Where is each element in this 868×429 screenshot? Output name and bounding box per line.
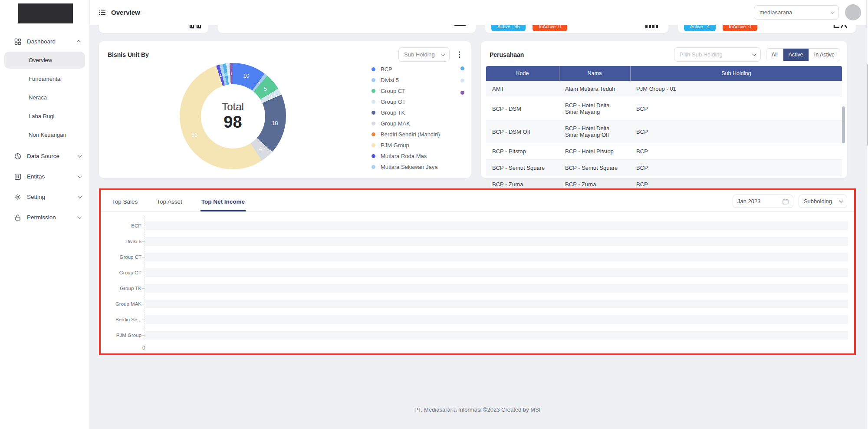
legend-dot (372, 122, 375, 125)
table-cell: BCP - Semut Square (486, 160, 559, 176)
donut-chart: 101521845311111 Total 98 (180, 63, 286, 169)
legend-item-berdiri-sendiri-mandiri-[interactable]: Berdiri Sendiri (Mandiri) (372, 129, 440, 140)
grid-icon (14, 38, 21, 45)
table-row[interactable]: BCP - PitstopBCP - Hotel PitstopBCP (486, 143, 842, 160)
perusahaan-title: Perusahaan (490, 51, 524, 58)
table-row[interactable]: BCP - DSMBCP - Hotel Delta Sinar MayangB… (486, 97, 842, 120)
legend-item-bcp[interactable]: BCP (372, 64, 440, 75)
summary-card-4[interactable]: Active : 4InActive: 0 (678, 25, 856, 33)
slice-value-label: 1 (230, 72, 233, 76)
category-label: Berdiri Se... (105, 317, 141, 322)
top-net-income-panel: Top SalesTop AssetTop Net Income Jan 202… (99, 188, 856, 355)
legend-item-pjm-group[interactable]: PJM Group (372, 140, 440, 151)
bar-track (145, 268, 848, 277)
sidebar-item-non-keuangan[interactable]: Non Keuangan (4, 126, 85, 143)
calendar-icon (783, 198, 789, 205)
workspace-select[interactable]: mediasarana (754, 5, 839, 20)
segment-in-active[interactable]: In Active (809, 49, 840, 61)
tab-top-sales[interactable]: Top Sales (111, 195, 138, 211)
lock-icon (14, 214, 21, 221)
donut-center: Total 98 (201, 84, 265, 148)
donut-legend: BCPDivisi 5Group CTGroup GTGroup TKGroup… (372, 64, 440, 172)
bar-track (145, 237, 848, 246)
sidebar-section-data-source[interactable]: Data Source (0, 148, 89, 165)
segment-all[interactable]: All (766, 49, 783, 61)
legend-item-group-mak[interactable]: Group MAK (372, 118, 440, 129)
legend-dot (372, 132, 375, 136)
legend-dot[interactable] (460, 66, 464, 70)
table-cell: AMT (486, 81, 559, 97)
legend-label: Divisi 5 (381, 77, 399, 83)
category-label: Group MAK (105, 301, 141, 307)
legend-dot[interactable] (460, 91, 464, 95)
table-cell: BCP - DSM Off (486, 120, 559, 143)
pilih-sub-holding-select[interactable]: Pilih Sub Holding (674, 47, 761, 62)
legend-item-group-ct[interactable]: Group CT (372, 86, 440, 96)
sidebar-item-fundamental[interactable]: Fundamental (4, 70, 85, 87)
slice-value-label: 10 (243, 73, 249, 79)
tab-top-asset[interactable]: Top Asset (156, 195, 183, 211)
legend-item-mutiara-roda-mas[interactable]: Mutiara Roda Mas (372, 151, 440, 162)
slice-value-label: 5 (263, 85, 266, 92)
chevron-down-icon (78, 214, 82, 219)
page-title: Overview (111, 9, 140, 16)
sidebar-section-dashboard[interactable]: Dashboard (0, 33, 89, 50)
bar-row-divisi-5: Divisi 5 (105, 234, 848, 249)
app-logo (18, 3, 73, 23)
slice-value-label: 2 (269, 93, 272, 100)
table-scrollbar[interactable] (842, 106, 845, 143)
footer-text: PT. Mediasarana Informasi ©2023 Created … (99, 406, 856, 413)
tab-top-net-income[interactable]: Top Net Income (201, 195, 246, 211)
summary-card-1[interactable] (99, 25, 208, 33)
kebab-menu-icon[interactable]: ⋮ (455, 50, 464, 59)
legend-dot (372, 67, 375, 71)
table-cell: PJM Group - 01 (630, 81, 842, 97)
legend-dot (372, 165, 375, 169)
sidebar-section-permission[interactable]: Permission (0, 209, 89, 226)
sidebar-section-entitas[interactable]: Entitas (0, 168, 89, 185)
bar-chart-icon (645, 25, 659, 29)
legend-item-divisi-5[interactable]: Divisi 5 (372, 75, 440, 86)
category-label: Group TK (105, 286, 141, 291)
legend-label: PJM Group (381, 142, 409, 148)
slice-value-label: 53 (191, 132, 197, 138)
summary-card-3[interactable]: Active : 95InActive: 0 (485, 25, 668, 33)
legend-item-group-tk[interactable]: Group TK (372, 107, 440, 118)
legend-label: Group GT (381, 99, 406, 105)
category-label: PJM Group (105, 333, 141, 338)
bar-track (145, 253, 848, 261)
summary-card-2[interactable] (218, 25, 476, 33)
active-count-badge: Active : 4 (684, 25, 716, 31)
sidebar-section-label: Entitas (27, 173, 78, 180)
column-header-kode: Kode (486, 66, 559, 81)
sidebar-item-laba-rugi[interactable]: Laba Rugi (4, 108, 85, 125)
avatar[interactable] (845, 4, 861, 20)
date-picker[interactable]: Jan 2023 (733, 195, 793, 208)
table-row[interactable]: BCP - Semut SquareBCP - Semut SquareBCP (486, 160, 842, 176)
table-row[interactable]: AMTAlam Mutiara TeduhPJM Group - 01 (486, 81, 842, 97)
sidebar-section-label: Permission (27, 214, 78, 221)
legend-dot (372, 100, 375, 104)
legend-label: Mutiara Roda Mas (381, 153, 427, 159)
perusahaan-card: Perusahaan Pilih Sub Holding AllActiveIn… (481, 41, 847, 178)
legend-label: Group TK (381, 109, 405, 116)
slice-value-label: 1 (228, 72, 230, 76)
column-header-nama: Nama (559, 66, 630, 81)
table-cell: Alam Mutiara Teduh (559, 81, 630, 97)
table-row[interactable]: BCP - DSM OffBCP - Hotel Delta Sinar May… (486, 120, 842, 143)
sidebar-item-overview[interactable]: Overview (4, 52, 85, 69)
segment-active[interactable]: Active (783, 49, 809, 61)
legend-dot[interactable] (460, 79, 464, 82)
legend-item-group-gt[interactable]: Group GT (372, 96, 440, 107)
subholding-select[interactable]: Subholding (799, 195, 847, 208)
sidebar-section-setting[interactable]: Setting (0, 188, 89, 205)
bar-row-group-mak: Group MAK (105, 296, 848, 312)
sidebar-toggle-icon[interactable] (99, 9, 106, 16)
bar-row-group-gt: Group GT (105, 265, 848, 280)
page-scrollbar-track[interactable] (866, 0, 868, 429)
sidebar-item-neraca[interactable]: Neraca (4, 89, 85, 106)
column-header-sub-holding: Sub Holding (630, 66, 842, 81)
pie-chart-icon (14, 152, 21, 160)
legend-item-mutiara-sekawan-jaya[interactable]: Mutiara Sekawan Jaya (372, 162, 440, 172)
sub-holding-select[interactable]: Sub Holding (398, 47, 450, 62)
